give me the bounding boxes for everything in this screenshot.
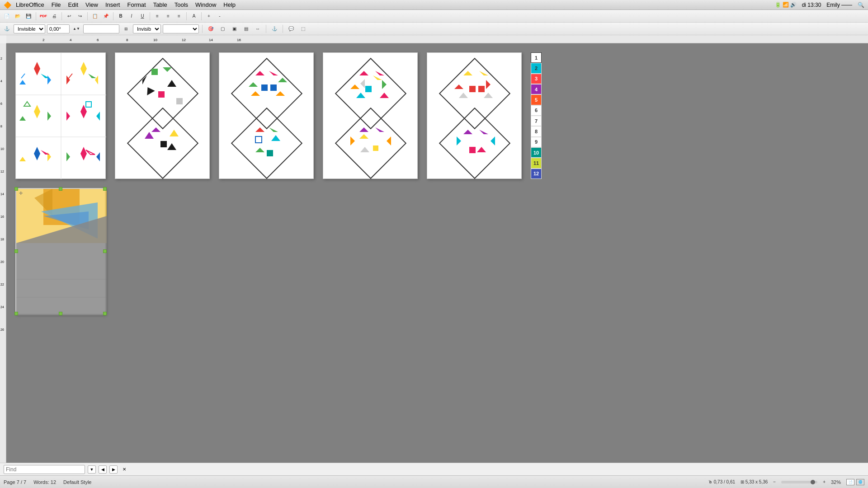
new-button[interactable]: 📄 (2, 11, 12, 21)
menu-help[interactable]: Help (223, 1, 236, 8)
wrap-select2[interactable] (163, 24, 199, 33)
document-area[interactable]: 1 2 3 4 5 6 7 8 9 10 11 12 ✛ (6, 43, 868, 463)
copy-button[interactable]: 📋 (90, 11, 100, 21)
handle-tl[interactable] (14, 187, 18, 191)
svg-marker-71 (359, 127, 368, 132)
search-icon[interactable]: 🔍 (858, 2, 864, 8)
bold-button[interactable]: B (116, 11, 126, 21)
handle-bl[interactable] (14, 312, 18, 315)
menu-tools[interactable]: Tools (175, 1, 188, 8)
handle-mr[interactable] (103, 249, 107, 253)
anchor2-icon[interactable]: ⚓ (269, 24, 279, 34)
frame3-icon[interactable]: ▤ (241, 24, 251, 34)
zoom-in[interactable]: + (204, 11, 214, 21)
handle-ml[interactable] (14, 249, 18, 253)
align-left-button[interactable]: ≡ (152, 11, 162, 21)
status-bar: Page 7 / 7 Words: 12 Default Style 🖱 0,7… (0, 475, 868, 488)
find-input[interactable] (4, 465, 85, 474)
menu-insert[interactable]: Insert (105, 1, 120, 8)
frame-icon[interactable]: ▢ (217, 24, 227, 34)
page3-svg (219, 53, 314, 179)
menu-window[interactable]: Window (195, 1, 216, 8)
position-spin[interactable]: ▲▼ (71, 24, 81, 34)
handle-bm[interactable] (59, 312, 62, 315)
anchor-select[interactable]: Invisible (14, 24, 45, 33)
svg-marker-5 (19, 80, 26, 84)
menu-view[interactable]: View (85, 1, 98, 8)
zoom-in-btn[interactable]: + (823, 479, 826, 484)
find-next-button[interactable]: ▶ (109, 465, 118, 474)
web-view-btn[interactable]: 🌐 (856, 479, 864, 485)
app-logo: 🔶 (4, 1, 11, 9)
handle-br[interactable] (103, 312, 107, 315)
svg-marker-22 (19, 157, 26, 161)
svg-rect-34 (158, 91, 165, 98)
menu-libreoffice[interactable]: LibreOffice (16, 1, 44, 8)
svg-rect-87 (439, 108, 510, 178)
zoom-out-btn[interactable]: − (773, 479, 776, 484)
align-center-button[interactable]: ≡ (163, 11, 173, 21)
zoom-slider[interactable] (781, 481, 817, 483)
svg-rect-60 (335, 58, 406, 129)
svg-marker-91 (491, 136, 495, 145)
align-right-button[interactable]: ≡ (174, 11, 184, 21)
handle-tr[interactable] (103, 187, 107, 191)
svg-marker-82 (486, 80, 491, 89)
pdf-button[interactable]: PDF (38, 11, 48, 21)
svg-marker-33 (167, 80, 176, 87)
svg-marker-74 (387, 136, 391, 145)
ruler-tick-14: 14 (209, 38, 213, 42)
save-button[interactable]: 💾 (24, 11, 33, 21)
page-2 (115, 52, 210, 179)
svg-marker-80 (479, 71, 488, 75)
svg-marker-38 (145, 132, 154, 139)
page-image[interactable]: ✛ (15, 188, 106, 314)
svg-rect-36 (176, 98, 183, 104)
vruler-26: 26 (0, 328, 4, 331)
handle-tm[interactable] (59, 187, 62, 191)
menu-edit[interactable]: Edit (68, 1, 78, 8)
find-close-button[interactable]: ✕ (120, 465, 128, 474)
svg-marker-31 (163, 67, 172, 72)
position-input[interactable] (47, 24, 70, 33)
page-info: Page 7 / 7 (4, 479, 26, 485)
print-button[interactable]: 🖨 (49, 11, 59, 21)
wrap-select[interactable]: Invisib (133, 24, 161, 33)
border-icon[interactable]: ⬚ (298, 24, 308, 34)
menu-table[interactable]: Table (153, 1, 167, 8)
find-prev-button[interactable]: ◀ (99, 465, 107, 474)
move-handle[interactable]: ✛ (19, 191, 23, 196)
undo-button[interactable]: ↩ (64, 11, 74, 21)
caption-icon[interactable]: 💬 (286, 24, 296, 34)
svg-marker-63 (350, 84, 359, 89)
page-view-btn[interactable]: 📄 (846, 479, 854, 485)
underline-button[interactable]: U (137, 11, 147, 21)
svg-rect-44 (231, 58, 302, 129)
svg-marker-93 (477, 147, 486, 152)
svg-marker-89 (479, 130, 488, 134)
paste-button[interactable]: 📌 (101, 11, 111, 21)
svg-marker-14 (19, 116, 26, 121)
vruler-12: 12 (0, 170, 4, 173)
italic-button[interactable]: I (127, 11, 137, 21)
page-row-2: ✛ (15, 188, 859, 314)
find-select-arrow[interactable]: ▼ (88, 465, 96, 474)
page-row-1: 1 2 3 4 5 6 7 8 9 10 11 12 (15, 52, 859, 179)
main-toolbar: 📄 📂 💾 PDF 🖨 ↩ ↪ 📋 📌 B I U ≡ ≡ ≡ A + - (0, 10, 868, 23)
svg-marker-21 (34, 147, 40, 160)
zoom-out[interactable]: - (215, 11, 225, 21)
menu-format[interactable]: Format (127, 1, 146, 8)
svg-marker-42 (167, 143, 176, 150)
object-icon[interactable]: 🎯 (206, 24, 216, 34)
redo-button[interactable]: ↪ (75, 11, 85, 21)
flip-icon[interactable]: ↔ (253, 24, 263, 34)
open-button[interactable]: 📂 (13, 11, 23, 21)
menu-file[interactable]: File (52, 1, 61, 8)
ruler-tick-6: 6 (97, 38, 99, 42)
num-6: 6 (531, 105, 542, 116)
size-input[interactable] (83, 24, 119, 33)
frame2-icon[interactable]: ▣ (229, 24, 239, 34)
styles-button[interactable]: A (189, 11, 199, 21)
svg-marker-13 (34, 105, 40, 118)
horizontal-ruler: 2 4 6 8 10 12 14 16 (6, 35, 868, 43)
